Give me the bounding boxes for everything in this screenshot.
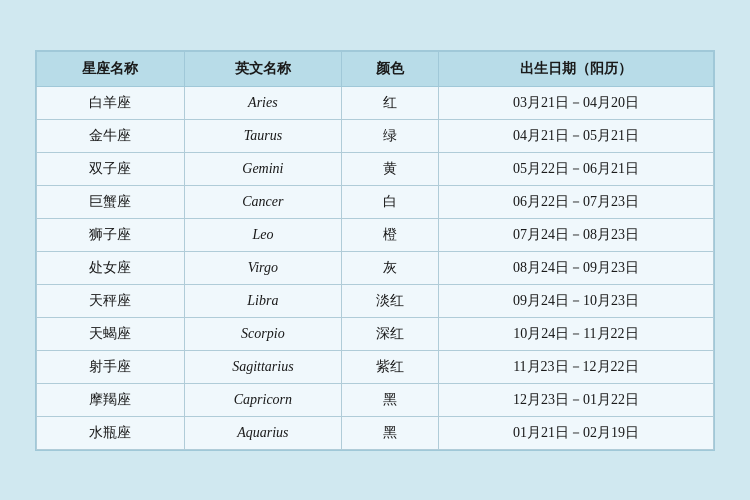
cell-chinese-name: 射手座: [37, 350, 185, 383]
cell-dates: 07月24日－08月23日: [438, 218, 713, 251]
cell-dates: 01月21日－02月19日: [438, 416, 713, 449]
col-header-color: 颜色: [342, 51, 439, 86]
cell-color: 白: [342, 185, 439, 218]
zodiac-table: 星座名称 英文名称 颜色 出生日期（阳历） 白羊座Aries红03月21日－04…: [36, 51, 714, 450]
cell-dates: 08月24日－09月23日: [438, 251, 713, 284]
cell-english-name: Gemini: [184, 152, 342, 185]
cell-color: 黄: [342, 152, 439, 185]
cell-chinese-name: 处女座: [37, 251, 185, 284]
cell-dates: 03月21日－04月20日: [438, 86, 713, 119]
cell-chinese-name: 金牛座: [37, 119, 185, 152]
cell-chinese-name: 摩羯座: [37, 383, 185, 416]
cell-color: 黑: [342, 416, 439, 449]
col-header-chinese: 星座名称: [37, 51, 185, 86]
cell-dates: 09月24日－10月23日: [438, 284, 713, 317]
table-row: 水瓶座Aquarius黑01月21日－02月19日: [37, 416, 714, 449]
cell-dates: 05月22日－06月21日: [438, 152, 713, 185]
cell-chinese-name: 天秤座: [37, 284, 185, 317]
table-row: 双子座Gemini黄05月22日－06月21日: [37, 152, 714, 185]
cell-color: 橙: [342, 218, 439, 251]
table-body: 白羊座Aries红03月21日－04月20日金牛座Taurus绿04月21日－0…: [37, 86, 714, 449]
cell-chinese-name: 双子座: [37, 152, 185, 185]
cell-chinese-name: 巨蟹座: [37, 185, 185, 218]
cell-english-name: Sagittarius: [184, 350, 342, 383]
zodiac-table-container: 星座名称 英文名称 颜色 出生日期（阳历） 白羊座Aries红03月21日－04…: [35, 50, 715, 451]
table-row: 巨蟹座Cancer白06月22日－07月23日: [37, 185, 714, 218]
table-row: 天秤座Libra淡红09月24日－10月23日: [37, 284, 714, 317]
cell-chinese-name: 狮子座: [37, 218, 185, 251]
cell-chinese-name: 水瓶座: [37, 416, 185, 449]
cell-color: 黑: [342, 383, 439, 416]
table-row: 天蝎座Scorpio深红10月24日－11月22日: [37, 317, 714, 350]
table-row: 处女座Virgo灰08月24日－09月23日: [37, 251, 714, 284]
cell-english-name: Taurus: [184, 119, 342, 152]
cell-dates: 06月22日－07月23日: [438, 185, 713, 218]
cell-chinese-name: 天蝎座: [37, 317, 185, 350]
table-row: 射手座Sagittarius紫红11月23日－12月22日: [37, 350, 714, 383]
cell-english-name: Capricorn: [184, 383, 342, 416]
cell-english-name: Libra: [184, 284, 342, 317]
col-header-dates: 出生日期（阳历）: [438, 51, 713, 86]
cell-chinese-name: 白羊座: [37, 86, 185, 119]
cell-english-name: Aries: [184, 86, 342, 119]
cell-color: 深红: [342, 317, 439, 350]
col-header-english: 英文名称: [184, 51, 342, 86]
table-row: 摩羯座Capricorn黑12月23日－01月22日: [37, 383, 714, 416]
cell-color: 红: [342, 86, 439, 119]
cell-color: 淡红: [342, 284, 439, 317]
cell-dates: 10月24日－11月22日: [438, 317, 713, 350]
cell-english-name: Leo: [184, 218, 342, 251]
cell-color: 灰: [342, 251, 439, 284]
table-header-row: 星座名称 英文名称 颜色 出生日期（阳历）: [37, 51, 714, 86]
cell-color: 紫红: [342, 350, 439, 383]
cell-color: 绿: [342, 119, 439, 152]
table-row: 白羊座Aries红03月21日－04月20日: [37, 86, 714, 119]
table-row: 狮子座Leo橙07月24日－08月23日: [37, 218, 714, 251]
cell-dates: 04月21日－05月21日: [438, 119, 713, 152]
cell-english-name: Aquarius: [184, 416, 342, 449]
cell-dates: 12月23日－01月22日: [438, 383, 713, 416]
cell-dates: 11月23日－12月22日: [438, 350, 713, 383]
table-row: 金牛座Taurus绿04月21日－05月21日: [37, 119, 714, 152]
cell-english-name: Virgo: [184, 251, 342, 284]
cell-english-name: Cancer: [184, 185, 342, 218]
cell-english-name: Scorpio: [184, 317, 342, 350]
